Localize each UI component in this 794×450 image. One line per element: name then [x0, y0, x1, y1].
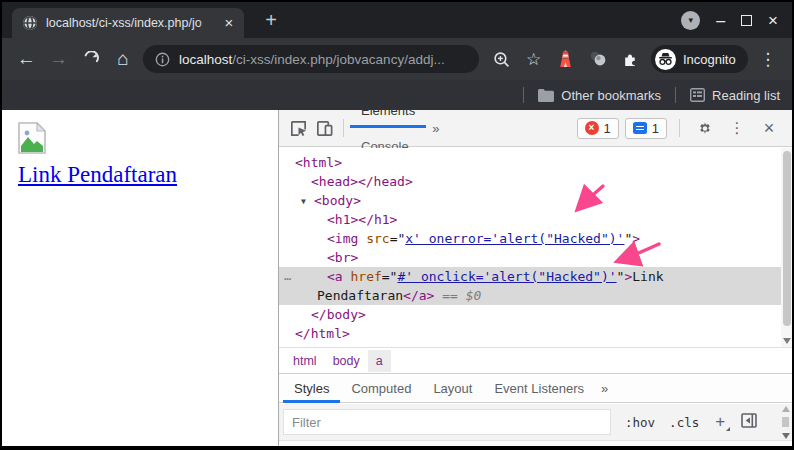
inspect-element-icon[interactable]	[285, 115, 311, 141]
reload-button[interactable]	[77, 44, 105, 74]
breadcrumb: htmlbodya	[279, 347, 792, 373]
dom-token: <a	[327, 269, 343, 284]
incognito-badge: Incognito	[651, 45, 748, 73]
page-viewport: Link Pendaftaran	[2, 110, 277, 446]
settings-gear-icon[interactable]	[692, 115, 718, 141]
back-button[interactable]: ←	[12, 44, 40, 74]
devtools-menu-kebab-icon[interactable]: ⋮	[724, 115, 750, 141]
styles-scrollbar[interactable]	[780, 405, 791, 439]
tab-computed[interactable]: Computed	[340, 374, 422, 403]
address-bar[interactable]: localhost/ci-xss/index.php/jobvacancy/ad…	[143, 45, 479, 73]
globe-favicon-icon	[22, 15, 38, 31]
more-styles-tabs-chevrons[interactable]: »	[595, 381, 614, 396]
dom-token: <br>	[327, 250, 358, 265]
broken-image-icon	[18, 122, 46, 154]
devtools-close-icon[interactable]: ×	[756, 115, 782, 141]
breadcrumb-a[interactable]: a	[368, 350, 391, 372]
close-window-button[interactable]: ×	[768, 14, 778, 28]
dom-token: </a>	[403, 288, 434, 303]
message-icon	[633, 122, 647, 134]
error-icon: ×	[585, 121, 599, 135]
folder-icon	[538, 89, 554, 102]
sidebar-toggle-icon[interactable]	[741, 413, 757, 431]
dom-line[interactable]: <html>	[279, 153, 792, 172]
browser-window: localhost/ci-xss/index.php/jo × + ▾ – × …	[0, 0, 794, 450]
dom-line[interactable]: <img src="x' onerror='alert("Hacked")'">	[279, 229, 792, 248]
forward-button[interactable]: →	[44, 44, 72, 74]
dom-token: $0	[466, 288, 482, 303]
dom-token: Pendaftaran	[317, 288, 403, 303]
incognito-icon	[655, 49, 676, 70]
console-error-badge[interactable]: × 1	[577, 118, 619, 139]
attribute-value-link[interactable]: #' onclick='alert("Hacked")'	[397, 269, 616, 284]
dom-token: ==	[434, 288, 465, 303]
more-tabs-chevrons[interactable]: »	[426, 121, 445, 136]
dom-line-menu-dots[interactable]: …	[284, 267, 291, 286]
bookmarks-divider	[675, 87, 676, 103]
dom-token: <img	[327, 231, 358, 246]
page-link-pendaftaran[interactable]: Link Pendaftaran	[18, 162, 177, 188]
dom-line[interactable]: <head></head>	[279, 172, 792, 191]
tab-strip: localhost/ci-xss/index.php/jo × + ▾ – ×	[2, 2, 792, 38]
styles-filter-input[interactable]	[283, 409, 611, 435]
scrollbar-up-arrow[interactable]	[782, 406, 790, 412]
reload-icon	[82, 51, 99, 68]
dom-token: <body>	[314, 193, 361, 208]
lighthouse-extension-icon[interactable]	[553, 45, 579, 73]
breadcrumb-html[interactable]: html	[285, 350, 325, 372]
extensions-puzzle-icon[interactable]	[618, 45, 644, 73]
tab-event-listeners[interactable]: Event Listeners	[483, 374, 595, 403]
dom-line[interactable]: ▼<body>	[279, 191, 792, 210]
bookmarks-divider	[523, 87, 524, 103]
window-controls: ▾ – ×	[681, 11, 792, 30]
dom-token: src	[366, 231, 389, 246]
breadcrumb-body[interactable]: body	[325, 350, 368, 372]
scrollbar-down-arrow[interactable]	[782, 433, 790, 439]
tab-close-icon[interactable]: ×	[220, 14, 238, 32]
tab-elements[interactable]: Elements	[350, 92, 426, 128]
scrollbar-thumb[interactable]	[782, 417, 789, 427]
toggle-classes-button[interactable]: .cls	[669, 415, 699, 430]
dom-token: <html>	[295, 155, 342, 170]
attribute-value-link[interactable]: x' onerror='alert("Hacked")'	[405, 231, 624, 246]
page-info-icon[interactable]	[155, 52, 170, 67]
tab-styles[interactable]: Styles	[283, 374, 340, 403]
dom-line[interactable]: </html>	[279, 324, 792, 343]
spheres-extension-icon[interactable]	[585, 45, 611, 73]
toggle-hover-state-button[interactable]: :hov	[625, 415, 655, 430]
expand-arrow-icon[interactable]: ▼	[301, 192, 314, 211]
dom-token: </body>	[311, 307, 366, 322]
dom-line[interactable]: <h1></h1>	[279, 210, 792, 229]
dom-line[interactable]: </body>	[279, 305, 792, 324]
scrollbar-down-arrow[interactable]	[783, 338, 791, 344]
browser-menu-kebab-icon[interactable]: ⋮	[755, 45, 781, 73]
dom-tree: <html><head></head>▼<body><h1></h1><img …	[279, 148, 792, 347]
dom-token: Link	[632, 269, 663, 284]
bookmark-star-icon[interactable]: ☆	[520, 45, 546, 73]
maximize-button[interactable]	[741, 15, 752, 26]
device-toolbar-icon[interactable]	[311, 115, 337, 141]
new-tab-button[interactable]: +	[258, 8, 284, 34]
scrollbar-thumb[interactable]	[783, 151, 791, 326]
window-menu-icon[interactable]: ▾	[681, 11, 700, 30]
dom-line[interactable]: <br>	[279, 248, 792, 267]
incognito-label: Incognito	[683, 52, 736, 67]
console-message-badge[interactable]: 1	[625, 118, 667, 139]
browser-toolbar: ← → ⌂ localhost/ci-xss/index.php/jobvaca…	[2, 38, 792, 80]
other-bookmarks-button[interactable]: Other bookmarks	[538, 88, 661, 103]
reading-list-button[interactable]: Reading list	[690, 88, 780, 103]
dom-token: ="	[382, 269, 398, 284]
dom-line[interactable]: Pendaftaran</a> == $0	[279, 286, 792, 305]
url-text: localhost/ci-xss/index.php/jobvacancy/ad…	[179, 52, 445, 67]
devtools-panel: ElementsConsole » × 1 1 ⋮	[278, 110, 792, 446]
dom-token: </html>	[295, 326, 350, 341]
zoom-icon[interactable]	[488, 45, 514, 73]
tab-layout[interactable]: Layout	[422, 374, 483, 403]
dom-line[interactable]: …<a href="#' onclick='alert("Hacked")'">…	[279, 267, 792, 286]
home-button[interactable]: ⌂	[109, 44, 137, 74]
new-style-rule-button[interactable]: +	[715, 412, 725, 432]
dom-scrollbar[interactable]	[781, 148, 792, 347]
browser-tab[interactable]: localhost/ci-xss/index.php/jo ×	[12, 8, 244, 38]
devtools-toolbar: ElementsConsole » × 1 1 ⋮	[279, 110, 792, 147]
minimize-button[interactable]: –	[716, 16, 725, 26]
